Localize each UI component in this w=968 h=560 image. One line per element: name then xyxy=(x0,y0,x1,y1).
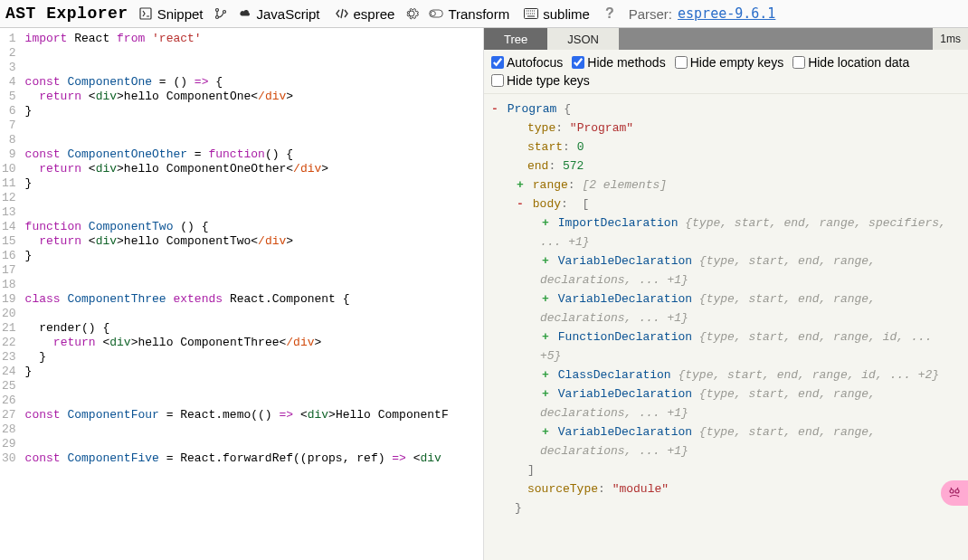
transform-label: Transform xyxy=(448,6,509,22)
toolbar: AST Explorer Snippet JavaScript espree T… xyxy=(0,0,968,28)
ast-pane: Tree JSON 1ms Autofocus Hide methods Hid… xyxy=(484,28,968,560)
opt-hide-empty-keys-checkbox[interactable] xyxy=(675,56,688,69)
tab-tree[interactable]: Tree xyxy=(484,28,547,50)
opt-hide-type-keys-checkbox[interactable] xyxy=(491,74,504,87)
ast-tree[interactable]: - Program {type: "Program"start: 0end: 5… xyxy=(484,94,968,560)
toggle-body-item-4[interactable]: + xyxy=(540,365,551,384)
keymap-label: sublime xyxy=(543,6,590,22)
language-menu[interactable]: JavaScript xyxy=(233,6,325,22)
help-button[interactable]: ? xyxy=(600,5,620,22)
toggle-body-item-3[interactable]: + xyxy=(540,327,551,346)
svg-point-5 xyxy=(431,11,435,15)
node-classdeclaration-4[interactable]: ClassDeclaration xyxy=(558,368,671,382)
keymap-menu[interactable]: sublime xyxy=(519,6,594,22)
cloud-icon xyxy=(238,6,252,21)
toggle-body-item-2[interactable]: + xyxy=(540,289,551,308)
snippet-label: Snippet xyxy=(157,6,204,22)
opt-hide-methods[interactable]: Hide methods xyxy=(572,55,665,70)
svg-rect-0 xyxy=(140,8,151,19)
toggle-body[interactable]: - xyxy=(515,195,526,214)
branch-icon[interactable] xyxy=(214,6,228,21)
node-variabledeclaration-1[interactable]: VariableDeclaration xyxy=(558,254,692,268)
code-editor-pane[interactable]: 1234567891011121314151617181920212223242… xyxy=(0,28,484,560)
opt-hide-methods-checkbox[interactable] xyxy=(572,56,584,69)
snippet-icon xyxy=(138,6,153,21)
toggle-range[interactable]: + xyxy=(515,176,526,195)
node-program[interactable]: Program xyxy=(508,102,557,116)
tab-json[interactable]: JSON xyxy=(547,28,619,50)
transform-menu[interactable]: Transform xyxy=(424,6,514,22)
opt-hide-location-data[interactable]: Hide location data xyxy=(792,55,909,70)
toggle-body-item-5[interactable]: + xyxy=(540,384,551,403)
node-variabledeclaration-2[interactable]: VariableDeclaration xyxy=(558,292,692,306)
parser-menu[interactable]: espree xyxy=(330,6,400,22)
svg-point-8 xyxy=(955,489,959,493)
opt-autofocus[interactable]: Autofocus xyxy=(491,55,563,70)
keyboard-icon xyxy=(524,6,538,21)
node-importdeclaration-0[interactable]: ImportDeclaration xyxy=(558,216,679,230)
svg-point-1 xyxy=(215,9,218,12)
opt-hide-location-data-checkbox[interactable] xyxy=(792,56,805,69)
floating-badge[interactable] xyxy=(941,480,968,506)
language-label: JavaScript xyxy=(257,6,320,22)
code-body[interactable]: import React from 'react' const Componen… xyxy=(22,28,449,470)
parser-version-link[interactable]: espree-9.6.1 xyxy=(678,5,775,22)
toggle-program[interactable]: - xyxy=(489,100,500,119)
svg-rect-4 xyxy=(430,10,443,17)
svg-point-3 xyxy=(223,11,225,14)
gear-icon[interactable] xyxy=(404,6,419,21)
toggle-body-item-6[interactable]: + xyxy=(540,422,551,441)
brand[interactable]: AST Explorer xyxy=(5,5,128,23)
code-editor[interactable]: 1234567891011121314151617181920212223242… xyxy=(0,28,483,470)
opt-hide-empty-keys[interactable]: Hide empty keys xyxy=(675,55,783,70)
code-icon xyxy=(335,6,349,21)
node-functiondeclaration-3[interactable]: FunctionDeclaration xyxy=(558,330,692,344)
main-split: 1234567891011121314151617181920212223242… xyxy=(0,28,968,560)
node-variabledeclaration-6[interactable]: VariableDeclaration xyxy=(558,425,692,439)
opt-hide-type-keys[interactable]: Hide type keys xyxy=(491,73,590,88)
node-variabledeclaration-5[interactable]: VariableDeclaration xyxy=(558,387,692,401)
svg-point-2 xyxy=(215,16,218,19)
svg-point-7 xyxy=(950,489,954,493)
parse-time: 1ms xyxy=(933,28,968,50)
toggle-body-item-1[interactable]: + xyxy=(540,252,551,271)
parser-caption: Parser: xyxy=(629,6,672,22)
toggle-body-item-0[interactable]: + xyxy=(540,214,551,233)
opt-autofocus-checkbox[interactable] xyxy=(491,56,504,69)
parser-label: espree xyxy=(354,6,395,22)
snippet-menu[interactable]: Snippet xyxy=(134,6,208,22)
tree-options: Autofocus Hide methods Hide empty keys H… xyxy=(484,50,968,94)
line-gutter: 1234567891011121314151617181920212223242… xyxy=(0,28,22,470)
output-tabs: Tree JSON 1ms xyxy=(484,28,968,50)
toggle-icon xyxy=(429,6,443,21)
